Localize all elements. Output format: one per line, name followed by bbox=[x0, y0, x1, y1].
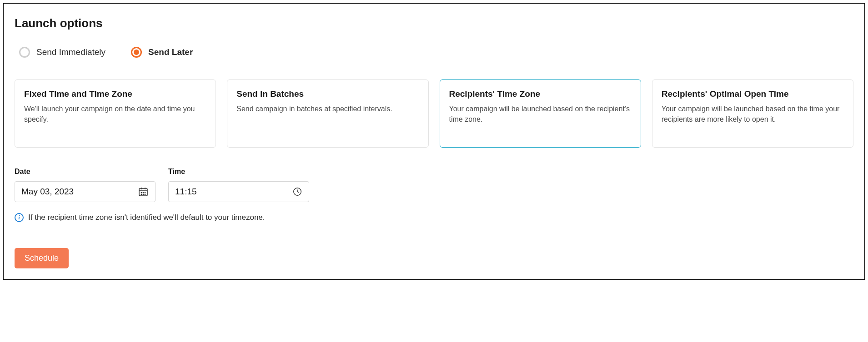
card-title: Recipients' Optimal Open Time bbox=[662, 89, 844, 99]
date-field-group: Date May 03, 2023 bbox=[15, 168, 156, 202]
date-value: May 03, 2023 bbox=[21, 187, 74, 197]
divider bbox=[15, 235, 853, 235]
svg-point-8 bbox=[143, 194, 143, 194]
radio-label: Send Later bbox=[148, 47, 193, 57]
card-desc: Your campaign will be launched based on … bbox=[449, 104, 632, 124]
time-input[interactable]: 11:15 bbox=[168, 181, 309, 202]
card-send-batches[interactable]: Send in Batches Send campaign in batches… bbox=[227, 79, 428, 148]
date-input[interactable]: May 03, 2023 bbox=[15, 181, 156, 202]
svg-point-6 bbox=[145, 192, 145, 193]
card-optimal-open-time[interactable]: Recipients' Optimal Open Time Your campa… bbox=[652, 79, 853, 148]
time-field-group: Time 11:15 bbox=[168, 168, 309, 202]
svg-point-7 bbox=[141, 194, 141, 194]
card-title: Recipients' Time Zone bbox=[449, 89, 632, 99]
svg-point-9 bbox=[145, 194, 145, 194]
schedule-button[interactable]: Schedule bbox=[15, 248, 69, 268]
svg-point-4 bbox=[141, 192, 141, 193]
card-title: Send in Batches bbox=[236, 89, 419, 99]
date-label: Date bbox=[15, 168, 156, 176]
info-icon: i bbox=[15, 213, 24, 222]
svg-line-12 bbox=[297, 192, 299, 193]
launch-options-panel: Launch options Send Immediately Send Lat… bbox=[3, 3, 865, 280]
radio-unchecked-icon bbox=[19, 47, 30, 58]
time-label: Time bbox=[168, 168, 309, 176]
radio-checked-icon bbox=[131, 47, 142, 58]
radio-label: Send Immediately bbox=[36, 47, 105, 57]
info-note: i If the recipient time zone isn't ident… bbox=[15, 213, 853, 222]
card-desc: Your campaign will be launched based on … bbox=[662, 104, 844, 124]
send-immediately-radio[interactable]: Send Immediately bbox=[19, 47, 105, 58]
send-later-radio[interactable]: Send Later bbox=[131, 47, 193, 58]
card-desc: Send campaign in batches at specified in… bbox=[236, 104, 419, 114]
card-recipients-timezone[interactable]: Recipients' Time Zone Your campaign will… bbox=[440, 79, 641, 148]
card-fixed-time[interactable]: Fixed Time and Time Zone We'll launch yo… bbox=[15, 79, 216, 148]
panel-title: Launch options bbox=[15, 16, 853, 30]
info-text: If the recipient time zone isn't identif… bbox=[28, 213, 265, 222]
calendar-icon bbox=[138, 186, 149, 197]
schedule-mode-cards: Fixed Time and Time Zone We'll launch yo… bbox=[15, 79, 853, 148]
datetime-fields: Date May 03, 2023 bbox=[15, 168, 853, 202]
card-desc: We'll launch your campaign on the date a… bbox=[24, 104, 206, 124]
time-value: 11:15 bbox=[175, 187, 197, 197]
svg-point-5 bbox=[143, 192, 143, 193]
card-title: Fixed Time and Time Zone bbox=[24, 89, 206, 99]
clock-icon bbox=[292, 187, 302, 197]
send-timing-radio-group: Send Immediately Send Later bbox=[15, 47, 853, 58]
